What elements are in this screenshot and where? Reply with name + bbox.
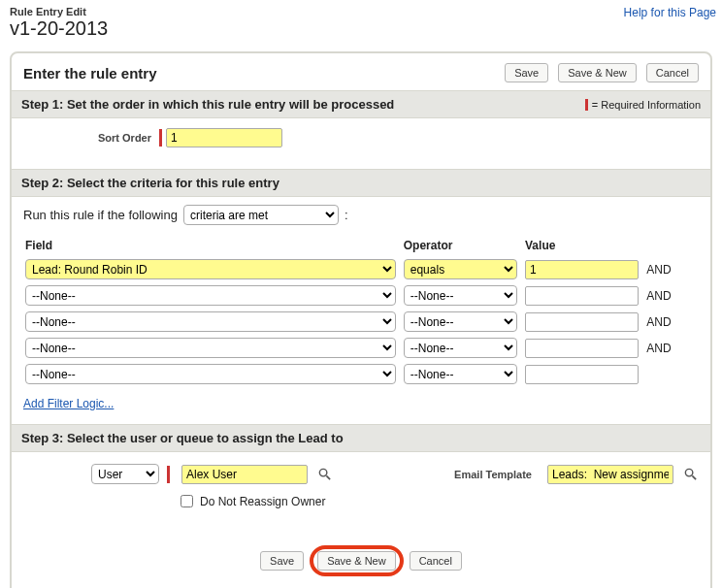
page-header: Rule Entry Edit v1-20-2013 Help for this… <box>0 0 722 42</box>
criteria-field-select[interactable]: Lead: Round Robin ID <box>25 259 396 279</box>
criteria-row: --None----None--AND <box>23 282 699 309</box>
cancel-button[interactable]: Cancel <box>646 63 699 82</box>
lookup-icon[interactable] <box>681 467 699 482</box>
criteria-operator-select[interactable]: equals <box>404 259 517 279</box>
step3-title: Step 3: Select the user or queue to assi… <box>21 431 344 445</box>
step2-body: Run this rule if the following criteria … <box>12 197 710 424</box>
assign-row: User Email Template <box>12 452 710 490</box>
run-rule-prefix: Run this rule if the following <box>23 208 178 222</box>
step2-title: Step 2: Select the criteria for this rul… <box>21 176 279 190</box>
criteria-operator-select[interactable]: --None-- <box>404 285 517 306</box>
lookup-icon[interactable] <box>315 467 333 482</box>
criteria-value-input[interactable] <box>525 286 639 306</box>
do-not-reassign-label: Do Not Reassign Owner <box>200 495 325 508</box>
svg-point-0 <box>319 469 327 476</box>
page-subtitle: Rule Entry Edit <box>10 6 712 17</box>
criteria-operator-select[interactable]: --None-- <box>404 311 517 332</box>
criteria-field-select[interactable]: --None-- <box>25 338 396 358</box>
step1-bar: Step 1: Set the order in which this rule… <box>12 90 710 118</box>
and-label: AND <box>644 282 699 309</box>
assignee-type-select[interactable]: User <box>91 464 159 484</box>
step1-title: Step 1: Set the order in which this rule… <box>21 97 394 112</box>
save-button[interactable]: Save <box>260 551 304 571</box>
svg-line-3 <box>692 475 696 479</box>
enter-rule-title: Enter the rule entry <box>23 65 157 82</box>
and-label: AND <box>644 256 699 282</box>
panel-header: Enter the rule entry Save Save & New Can… <box>12 53 710 90</box>
do-not-reassign-checkbox[interactable] <box>180 495 193 507</box>
and-label <box>644 361 699 387</box>
col-header-value: Value <box>523 235 644 256</box>
svg-line-1 <box>326 475 330 479</box>
criteria-row: Lead: Round Robin IDequalsAND <box>23 256 699 282</box>
required-info-text: = Required Information <box>592 99 701 111</box>
step3-bar: Step 3: Select the user or queue to assi… <box>12 424 710 452</box>
required-marker-icon <box>159 129 162 147</box>
save-and-new-button[interactable]: Save & New <box>558 63 637 82</box>
criteria-operator-select[interactable]: --None-- <box>404 364 517 384</box>
criteria-row: --None----None-- <box>23 361 699 387</box>
criteria-field-select[interactable]: --None-- <box>25 285 396 306</box>
sort-order-label: Sort Order <box>23 132 159 144</box>
save-button[interactable]: Save <box>505 63 548 82</box>
cancel-button[interactable]: Cancel <box>410 551 462 571</box>
criteria-table: Field Operator Value Lead: Round Robin I… <box>23 235 699 387</box>
assignee-name-input[interactable] <box>181 465 308 484</box>
help-link[interactable]: Help for this Page <box>624 6 716 19</box>
criteria-mode-select[interactable]: criteria are met <box>183 205 339 225</box>
and-label: AND <box>644 309 699 335</box>
page-title: v1-20-2013 <box>10 17 712 40</box>
criteria-field-select[interactable]: --None-- <box>25 311 396 332</box>
criteria-field-select[interactable]: --None-- <box>25 364 396 384</box>
save-and-new-button[interactable]: Save & New <box>317 551 396 571</box>
and-label: AND <box>644 335 699 361</box>
criteria-row: --None----None--AND <box>23 309 699 335</box>
sort-order-row: Sort Order <box>12 118 710 169</box>
criteria-value-input[interactable] <box>525 339 639 358</box>
criteria-value-input[interactable] <box>525 312 639 332</box>
email-template-input[interactable] <box>547 465 673 484</box>
sort-order-input[interactable] <box>166 128 282 147</box>
highlight-ring: Save & New <box>310 545 404 576</box>
colon-text: : <box>345 208 348 222</box>
criteria-value-input[interactable] <box>525 260 639 279</box>
required-info: = Required Information <box>585 99 701 111</box>
do-not-reassign-row: Do Not Reassign Owner <box>12 490 710 528</box>
col-header-field: Field <box>23 235 402 256</box>
bottom-buttons: Save Save & New Cancel <box>12 528 710 588</box>
criteria-mode-line: Run this rule if the following criteria … <box>23 205 699 225</box>
criteria-value-input[interactable] <box>525 365 639 384</box>
required-marker-icon <box>585 99 588 111</box>
add-filter-logic-link[interactable]: Add Filter Logic... <box>23 397 114 410</box>
svg-point-2 <box>685 469 693 476</box>
col-header-operator: Operator <box>402 235 523 256</box>
required-marker-icon <box>167 466 170 483</box>
criteria-row: --None----None--AND <box>23 335 699 361</box>
rule-entry-panel: Enter the rule entry Save Save & New Can… <box>10 51 712 588</box>
email-template-label: Email Template <box>454 469 540 480</box>
step2-bar: Step 2: Select the criteria for this rul… <box>12 169 710 197</box>
criteria-operator-select[interactable]: --None-- <box>404 338 517 358</box>
